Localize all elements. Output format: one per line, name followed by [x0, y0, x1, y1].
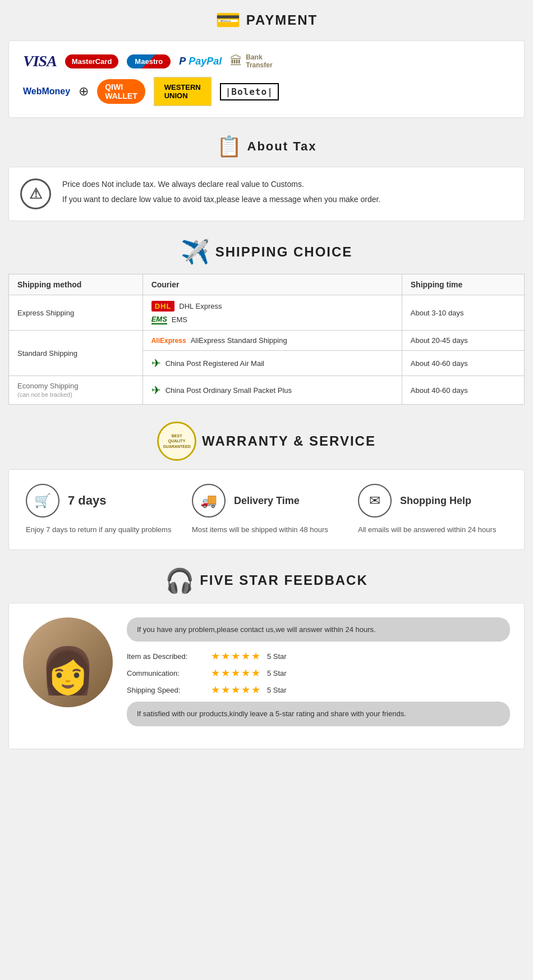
economy-note: (can not be tracked)	[17, 391, 72, 398]
boleto-logo: |Boleto|	[220, 83, 279, 100]
feedback-bubble-1: If you have any problem,please contact u…	[127, 617, 510, 642]
avatar: 👩	[23, 617, 113, 707]
payment-icon: 💳	[215, 8, 241, 32]
mastercard-logo: MasterCard	[65, 54, 119, 68]
visa-logo: VISA	[23, 52, 57, 70]
payment-header: 💳 PAYMENT	[8, 8, 525, 32]
tax-text: Price does Not include tax. We always de…	[62, 178, 380, 209]
chinapost-icon: ✈	[151, 356, 161, 370]
chinapost-registered-name: China Post Registered Air Mail	[166, 359, 264, 368]
warranty-desc-returns: Enjoy 7 days to return if any quality pr…	[26, 524, 171, 535]
payment-section: 💳 PAYMENT VISA MasterCard Maestro PPayPa…	[0, 0, 533, 129]
headset-icon: 🎧	[165, 567, 194, 594]
method-economy: Economy Shipping (can not be tracked)	[9, 376, 143, 405]
tax-line1: Price does Not include tax. We always de…	[62, 178, 380, 190]
rating-row-communication: Communication: ★★★★★ 5 Star	[127, 667, 510, 679]
tax-header: 📋 About Tax	[8, 135, 525, 158]
shipping-section: ✈️ SHIPPING CHOICE Shipping method Couri…	[0, 232, 533, 416]
tax-icon: 📋	[217, 135, 242, 158]
plane-icon: ✈️	[181, 238, 210, 265]
table-row: Economy Shipping (can not be tracked) ✈ …	[9, 376, 525, 405]
warranty-item-header-delivery: 🚚 Delivery Time	[192, 484, 300, 518]
star-count-described: 5 Star	[267, 652, 287, 661]
star-count-communication: 5 Star	[267, 669, 287, 677]
payment-row-1: VISA MasterCard Maestro PPayPal 🏛 BankTr…	[23, 52, 510, 70]
feedback-content: If you have any problem,please contact u…	[127, 617, 510, 735]
warranty-item-help: ✉ Shopping Help All emails will be answe…	[358, 484, 507, 535]
feedback-bubble-2: If satisfied with our products,kindly le…	[127, 702, 510, 726]
stars-described: ★★★★★	[211, 650, 261, 662]
tax-line2: If you want to declare low value to avoi…	[62, 194, 380, 205]
warranty-desc-help: All emails will be answered within 24 ho…	[358, 524, 496, 535]
warranty-box: 🛒 7 days Enjoy 7 days to return if any q…	[8, 469, 525, 550]
shipping-header: ✈️ SHIPPING CHOICE	[8, 238, 525, 265]
warranty-help-label: Shopping Help	[400, 495, 471, 507]
paypal-logo: PPayPal	[179, 56, 222, 67]
maestro-logo: Maestro	[127, 54, 171, 68]
warranty-item-header-returns: 🛒 7 days	[26, 484, 107, 518]
time-express: About 3-10 days	[402, 295, 524, 331]
warranty-title: WARRANTY & SERVICE	[202, 433, 376, 449]
quality-badge: BESTQUALITYGUARANTEED	[157, 422, 196, 461]
rating-label-shipping: Shipping Speed:	[127, 686, 205, 694]
rating-label-described: Item as Described:	[127, 652, 205, 661]
courier-express: DHL DHL Express EMS EMS	[143, 295, 402, 331]
feedback-box: 👩 If you have any problem,please contact…	[8, 603, 525, 749]
dhl-logo: DHL	[151, 301, 175, 312]
stars-communication: ★★★★★	[211, 667, 261, 679]
rating-label-communication: Communication:	[127, 669, 205, 677]
time-chinapost-registered: About 40-60 days	[402, 351, 524, 376]
table-header-row: Shipping method Courier Shipping time	[9, 274, 525, 295]
warranty-item-header-help: ✉ Shopping Help	[358, 484, 471, 518]
aliexpress-logo: AliExpress	[151, 337, 186, 345]
shipping-title: SHIPPING CHOICE	[215, 244, 353, 260]
qiwi-logo: QIWIWALLET	[97, 79, 145, 104]
time-aliexpress: About 20-45 days	[402, 331, 524, 351]
truck-icon: 🚚	[192, 484, 226, 518]
dhl-name: DHL Express	[179, 302, 222, 310]
table-row: Express Shipping DHL DHL Express EMS EMS…	[9, 295, 525, 331]
warranty-items: 🛒 7 days Enjoy 7 days to return if any q…	[26, 484, 507, 535]
economy-courier-name: China Post Ordinary Small Packet Plus	[166, 386, 292, 395]
tax-title: About Tax	[247, 139, 317, 154]
warranty-delivery-label: Delivery Time	[234, 495, 300, 507]
courier-economy: ✈ China Post Ordinary Small Packet Plus	[143, 376, 402, 405]
ratings-container: Item as Described: ★★★★★ 5 Star Communic…	[127, 650, 510, 696]
payment-title: PAYMENT	[246, 12, 318, 28]
stars-shipping: ★★★★★	[211, 684, 261, 696]
rating-row-described: Item as Described: ★★★★★ 5 Star	[127, 650, 510, 662]
feedback-section: 🎧 FIVE STAR FEEDBACK 👩 If you have any p…	[0, 561, 533, 766]
western-union-logo: WESTERNUNION	[154, 77, 212, 106]
col-courier: Courier	[143, 274, 402, 295]
col-method: Shipping method	[9, 274, 143, 295]
courier-chinapost-registered: ✈ China Post Registered Air Mail	[143, 351, 402, 376]
warranty-item-delivery: 🚚 Delivery Time Most items will be shipp…	[192, 484, 341, 535]
ems-name: EMS	[172, 315, 187, 324]
payment-box: VISA MasterCard Maestro PPayPal 🏛 BankTr…	[8, 40, 525, 118]
method-standard: Standard Shipping	[9, 331, 143, 376]
ems-logo: EMS	[151, 315, 167, 324]
rating-row-shipping: Shipping Speed: ★★★★★ 5 Star	[127, 684, 510, 696]
tax-section: 📋 About Tax ⚠ Price does Not include tax…	[0, 129, 533, 232]
col-time: Shipping time	[402, 274, 524, 295]
economy-label: Economy Shipping	[17, 382, 78, 390]
email-icon: ✉	[358, 484, 392, 518]
cart-icon: 🛒	[26, 484, 59, 518]
table-row: Standard Shipping AliExpress AliExpress …	[9, 331, 525, 351]
webmoney-icon: ⊕	[79, 84, 89, 99]
method-express: Express Shipping	[9, 295, 143, 331]
warranty-days-value: 7 days	[68, 493, 107, 508]
chinapost-icon-2: ✈	[151, 383, 161, 397]
payment-row-2: WebMoney ⊕ QIWIWALLET WESTERNUNION |Bole…	[23, 77, 510, 106]
webmoney-logo: WebMoney	[23, 86, 70, 97]
aliexpress-name: AliExpress Standard Shipping	[191, 336, 287, 345]
courier-aliexpress: AliExpress AliExpress Standard Shipping	[143, 331, 402, 351]
feedback-title: FIVE STAR FEEDBACK	[200, 573, 368, 588]
shipping-table: Shipping method Courier Shipping time Ex…	[8, 274, 525, 405]
warranty-section: BESTQUALITYGUARANTEED WARRANTY & SERVICE…	[0, 416, 533, 561]
warranty-desc-delivery: Most items will be shipped within 48 hou…	[192, 524, 328, 535]
warning-icon: ⚠	[20, 178, 51, 209]
tax-box: ⚠ Price does Not include tax. We always …	[8, 167, 525, 221]
feedback-header: 🎧 FIVE STAR FEEDBACK	[8, 567, 525, 594]
warranty-header: BESTQUALITYGUARANTEED WARRANTY & SERVICE	[8, 422, 525, 461]
